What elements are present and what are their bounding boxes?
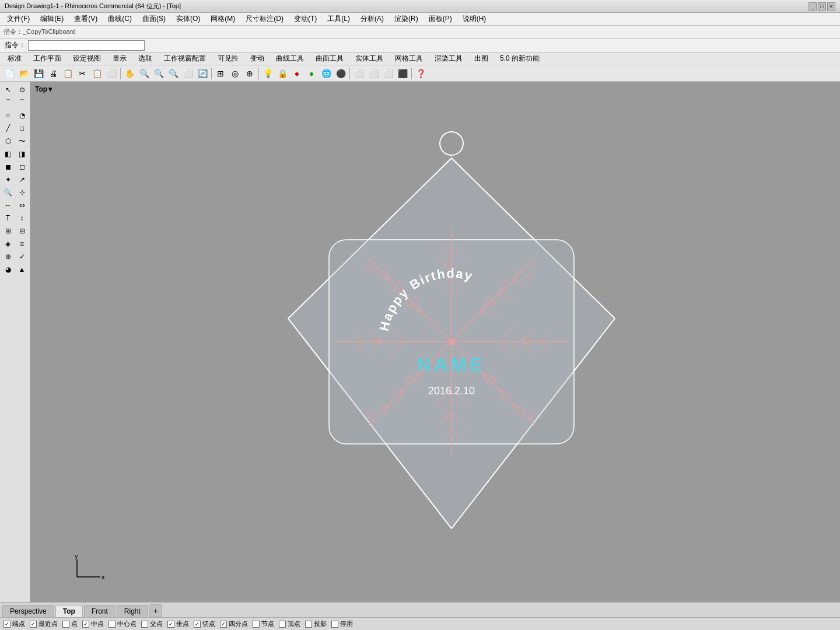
- snap-point[interactable]: 点: [62, 620, 78, 628]
- snap-projection-checkbox[interactable]: [305, 621, 312, 628]
- menu-edit[interactable]: 编辑(E): [36, 13, 68, 25]
- menu-analysis[interactable]: 分析(A): [356, 13, 388, 25]
- minimize-button[interactable]: _: [808, 2, 817, 10]
- tab-transform[interactable]: 变动: [245, 52, 270, 65]
- snap-quadrant[interactable]: 四分点: [220, 620, 248, 628]
- hatch-tool[interactable]: ≡: [16, 238, 29, 250]
- pan-icon[interactable]: ✋: [123, 66, 136, 80]
- tab-workplane[interactable]: 工作平面: [28, 52, 66, 65]
- rect-icon[interactable]: ⬜: [104, 66, 118, 80]
- select-tool-2[interactable]: ⊙: [16, 84, 29, 96]
- tab-render-tools[interactable]: 渲染工具: [429, 52, 468, 65]
- freeform-tool[interactable]: 〜: [16, 135, 29, 147]
- solid-tool[interactable]: ◼: [2, 161, 15, 173]
- fill-tool[interactable]: ▲: [16, 264, 29, 275]
- curve-tool[interactable]: ⌒: [2, 97, 15, 108]
- new-icon[interactable]: 📄: [2, 66, 16, 80]
- tab-print[interactable]: 出图: [469, 52, 494, 65]
- menu-mesh[interactable]: 网格(M): [206, 13, 240, 25]
- maximize-button[interactable]: □: [818, 2, 826, 10]
- viewport[interactable]: Top ▾: [30, 82, 840, 602]
- snap-tangent-checkbox[interactable]: [194, 621, 201, 628]
- array-tool[interactable]: ⊟: [16, 225, 29, 237]
- zoom-window-icon[interactable]: 🔍: [166, 66, 180, 80]
- obj3-icon[interactable]: ⬜: [381, 66, 395, 80]
- grid-icon[interactable]: ⊞: [214, 66, 228, 80]
- prompt-input[interactable]: [28, 40, 145, 51]
- circle-tool[interactable]: ○: [2, 110, 15, 121]
- menu-help[interactable]: 说明(H): [458, 13, 491, 25]
- snap-perp-checkbox[interactable]: [167, 621, 174, 628]
- menu-view[interactable]: 查看(V): [69, 13, 102, 25]
- menu-dimension[interactable]: 尺寸标注(D): [241, 13, 288, 25]
- open-icon[interactable]: 📂: [17, 66, 31, 80]
- save-icon[interactable]: 💾: [32, 66, 46, 80]
- surface-tool[interactable]: ◧: [2, 148, 15, 160]
- tab-new-features[interactable]: 5.0 的新功能: [495, 52, 545, 65]
- tab-surface-tools[interactable]: 曲面工具: [310, 52, 349, 65]
- tab-top[interactable]: Top: [55, 605, 83, 617]
- select-tool[interactable]: ↖: [2, 84, 15, 96]
- curve-tool-2[interactable]: ⌒: [16, 97, 29, 108]
- layer-tool[interactable]: ⊕: [2, 251, 15, 262]
- rotate-icon[interactable]: 🔄: [195, 66, 209, 80]
- check-tool[interactable]: ✓: [16, 251, 29, 262]
- tab-front[interactable]: Front: [84, 605, 116, 617]
- tab-right[interactable]: Right: [117, 605, 148, 617]
- snap-knot-checkbox[interactable]: [253, 621, 260, 628]
- snap-vertex[interactable]: 顶点: [279, 620, 300, 628]
- tab-curve-tools[interactable]: 曲线工具: [271, 52, 309, 65]
- color-green-icon[interactable]: ●: [304, 66, 318, 80]
- obj4-icon[interactable]: ⬛: [396, 66, 410, 80]
- tab-perspective[interactable]: Perspective: [2, 605, 54, 617]
- color-dark-icon[interactable]: ⚫: [334, 66, 348, 80]
- scale-tool[interactable]: ⇔: [16, 200, 29, 211]
- snap-point-checkbox[interactable]: [62, 621, 69, 628]
- tab-solid-tools[interactable]: 实体工具: [350, 52, 388, 65]
- snap-vertex-checkbox[interactable]: [279, 621, 286, 628]
- help-icon[interactable]: ❓: [414, 66, 428, 80]
- arc-tool[interactable]: ◔: [16, 110, 29, 121]
- move-tool[interactable]: ↔: [2, 200, 15, 211]
- line-tool[interactable]: ╱: [2, 123, 15, 134]
- tab-mesh-tools[interactable]: 网格工具: [390, 52, 428, 65]
- snap-nearest-checkbox[interactable]: [30, 621, 37, 628]
- light-icon[interactable]: 💡: [261, 66, 275, 80]
- zoom-in-icon[interactable]: 🔍: [137, 66, 151, 80]
- snap-intersection-checkbox[interactable]: [141, 621, 148, 628]
- point-tool[interactable]: ⊹: [16, 187, 29, 198]
- cut-icon[interactable]: ✂: [75, 66, 89, 80]
- viewport-dropdown-icon[interactable]: ▾: [48, 85, 52, 93]
- menu-surface[interactable]: 曲面(S): [138, 13, 170, 25]
- tab-select[interactable]: 选取: [133, 52, 158, 65]
- solid-tool-2[interactable]: ◻: [16, 161, 29, 173]
- rect-draw-tool[interactable]: □: [16, 123, 29, 134]
- arrow-tool[interactable]: ↗: [16, 174, 29, 186]
- tab-setview[interactable]: 设定视图: [68, 52, 106, 65]
- snap-midpoint-checkbox[interactable]: [82, 621, 89, 628]
- close-button[interactable]: ×: [827, 2, 835, 10]
- snap-endpoints-checkbox[interactable]: [4, 621, 10, 628]
- snap-midpoint[interactable]: 中点: [82, 620, 104, 628]
- menu-render[interactable]: 渲染(R): [390, 13, 423, 25]
- snap-intersection[interactable]: 交点: [141, 620, 163, 628]
- color-red-icon[interactable]: ●: [290, 66, 304, 80]
- color-sphere-icon[interactable]: 🌐: [319, 66, 333, 80]
- snap-perp[interactable]: 垂点: [167, 620, 189, 628]
- menu-curve[interactable]: 曲线(C): [103, 13, 136, 25]
- copy-icon[interactable]: 📋: [61, 66, 75, 80]
- snap-nearest[interactable]: 最近点: [30, 620, 58, 628]
- snap-projection[interactable]: 投影: [305, 620, 327, 628]
- ortho-icon[interactable]: ⊕: [243, 66, 257, 80]
- surface-tool-2[interactable]: ◨: [16, 148, 29, 160]
- analysis-tool[interactable]: 🔍: [2, 187, 15, 198]
- obj2-icon[interactable]: ⬜: [366, 66, 380, 80]
- paste-icon[interactable]: 📋: [90, 66, 104, 80]
- menu-tools[interactable]: 工具(L): [323, 13, 355, 25]
- snap-icon[interactable]: ◎: [228, 66, 242, 80]
- menu-panel[interactable]: 面板(P): [424, 13, 457, 25]
- tab-standard[interactable]: 标准: [2, 52, 27, 65]
- paint-tool[interactable]: ◕: [2, 264, 15, 275]
- snap-center-checkbox[interactable]: [108, 621, 116, 628]
- add-viewport-button[interactable]: +: [149, 604, 162, 617]
